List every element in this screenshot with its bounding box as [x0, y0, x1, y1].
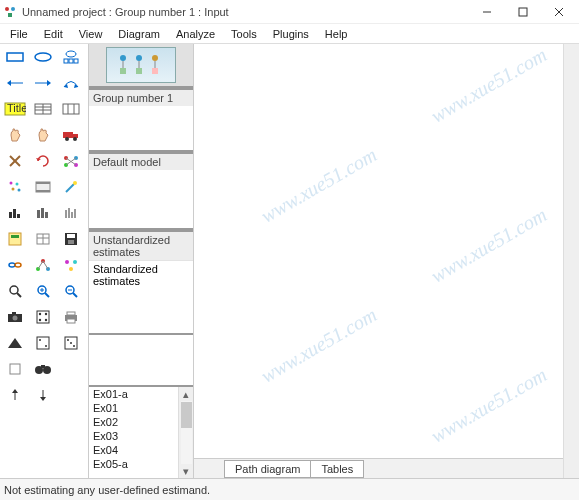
- spreadsheet-icon[interactable]: [30, 98, 56, 120]
- svg-rect-4: [519, 8, 527, 16]
- hand-icon[interactable]: [2, 124, 28, 146]
- bars-alt-icon[interactable]: [30, 202, 56, 224]
- svg-marker-113: [40, 397, 46, 401]
- svg-point-77: [69, 267, 73, 271]
- covariance-arc-icon[interactable]: [58, 72, 84, 94]
- arrow-right-icon[interactable]: [30, 72, 56, 94]
- svg-point-101: [45, 345, 47, 347]
- canvas-scrollbar[interactable]: [563, 44, 579, 478]
- menu-tools[interactable]: Tools: [223, 26, 265, 42]
- list-item[interactable]: Ex03: [89, 429, 178, 443]
- truck-icon[interactable]: [58, 124, 84, 146]
- dice-2-icon[interactable]: [58, 332, 84, 354]
- menu-file[interactable]: File: [2, 26, 36, 42]
- hand-move-icon[interactable]: [30, 124, 56, 146]
- arrow-up-icon[interactable]: [2, 384, 28, 406]
- svg-point-49: [73, 181, 77, 185]
- std-estimates-item[interactable]: Standardized estimates: [89, 260, 193, 289]
- list-item[interactable]: Ex05-a: [89, 457, 178, 471]
- grid-tool-icon[interactable]: [58, 98, 84, 120]
- app-icon: [2, 4, 18, 20]
- svg-line-74: [43, 261, 48, 269]
- calculate-icon[interactable]: [2, 228, 28, 250]
- menu-plugins[interactable]: Plugins: [265, 26, 317, 42]
- minimize-button[interactable]: [469, 1, 505, 23]
- model-label[interactable]: Default model: [89, 154, 193, 170]
- list-item[interactable]: Ex04: [89, 443, 178, 457]
- arrow-down-icon[interactable]: [30, 384, 56, 406]
- blank-panel: [89, 335, 193, 387]
- table-icon[interactable]: [30, 228, 56, 250]
- rectangle-tool-icon[interactable]: [2, 46, 28, 68]
- close-button[interactable]: [541, 1, 577, 23]
- menu-diagram[interactable]: Diagram: [110, 26, 168, 42]
- scroll-down-icon[interactable]: ▾: [179, 464, 193, 478]
- svg-point-104: [70, 342, 72, 344]
- menu-edit[interactable]: Edit: [36, 26, 71, 42]
- diagram-canvas[interactable]: www.xue51.com www.xue51.com www.xue51.co…: [194, 44, 563, 478]
- svg-rect-7: [7, 53, 23, 61]
- delete-x-icon[interactable]: [2, 150, 28, 172]
- svg-rect-99: [37, 337, 49, 349]
- zoom-out-icon[interactable]: [58, 280, 84, 302]
- svg-point-94: [45, 319, 47, 321]
- svg-rect-46: [36, 182, 50, 184]
- svg-point-9: [66, 51, 76, 57]
- arrow-left-icon[interactable]: [2, 72, 28, 94]
- network-icon[interactable]: [58, 150, 84, 172]
- group-label[interactable]: Group number 1: [89, 90, 193, 106]
- window-title: Unnamed project : Group number 1 : Input: [22, 6, 469, 18]
- canvas-tabs: Path diagram Tables: [194, 458, 563, 478]
- dice-icon[interactable]: [30, 306, 56, 328]
- estimates-panel: Unstandardized estimates Standardized es…: [89, 230, 193, 335]
- svg-point-115: [136, 55, 142, 61]
- bars-thin-icon[interactable]: [58, 202, 84, 224]
- zoom-in-icon[interactable]: [30, 280, 56, 302]
- save-icon[interactable]: [58, 228, 84, 250]
- svg-rect-109: [41, 365, 45, 368]
- svg-point-75: [65, 260, 69, 264]
- ellipse-tool-icon[interactable]: [30, 46, 56, 68]
- svg-point-93: [39, 319, 41, 321]
- svg-point-88: [13, 316, 18, 321]
- bars-icon[interactable]: [2, 202, 28, 224]
- svg-rect-2: [8, 13, 12, 17]
- tab-tables[interactable]: Tables: [310, 460, 364, 478]
- list-item[interactable]: Ex02: [89, 415, 178, 429]
- unstd-estimates-item[interactable]: Unstandardized estimates: [89, 232, 193, 260]
- binoculars-icon[interactable]: [30, 358, 56, 380]
- menu-view[interactable]: View: [71, 26, 111, 42]
- tree-icon[interactable]: [30, 254, 56, 276]
- latent-var-icon[interactable]: [58, 46, 84, 68]
- svg-rect-54: [41, 208, 44, 218]
- file-list-scrollbar[interactable]: ▴ ▾: [178, 387, 193, 478]
- menu-help[interactable]: Help: [317, 26, 356, 42]
- menu-analyze[interactable]: Analyze: [168, 26, 223, 42]
- wand-icon[interactable]: [58, 176, 84, 198]
- printer-icon[interactable]: [58, 306, 84, 328]
- diagram-thumbnail[interactable]: [106, 47, 176, 83]
- magnifier-icon[interactable]: [2, 280, 28, 302]
- list-item[interactable]: Ex01: [89, 401, 178, 415]
- maximize-button[interactable]: [505, 1, 541, 23]
- svg-line-83: [45, 293, 49, 297]
- svg-rect-119: [152, 68, 158, 74]
- rotate-icon[interactable]: [30, 150, 56, 172]
- list-item[interactable]: Ex01-a: [89, 387, 178, 401]
- svg-rect-52: [17, 214, 20, 218]
- camera-icon[interactable]: [2, 306, 28, 328]
- tab-path-diagram[interactable]: Path diagram: [224, 460, 311, 478]
- film-strip-icon[interactable]: [30, 176, 56, 198]
- svg-point-68: [9, 263, 15, 267]
- nodes-icon[interactable]: [58, 254, 84, 276]
- chain-icon[interactable]: [2, 254, 28, 276]
- svg-rect-50: [9, 212, 12, 218]
- histogram-icon[interactable]: [2, 332, 28, 354]
- scroll-thumb[interactable]: [181, 402, 192, 428]
- misc-icon[interactable]: [2, 358, 28, 380]
- scatter-dots-icon[interactable]: [2, 176, 28, 198]
- title-tool-icon[interactable]: Title: [2, 98, 28, 120]
- svg-point-43: [12, 188, 15, 191]
- dice-1-icon[interactable]: [30, 332, 56, 354]
- scroll-up-icon[interactable]: ▴: [179, 387, 193, 401]
